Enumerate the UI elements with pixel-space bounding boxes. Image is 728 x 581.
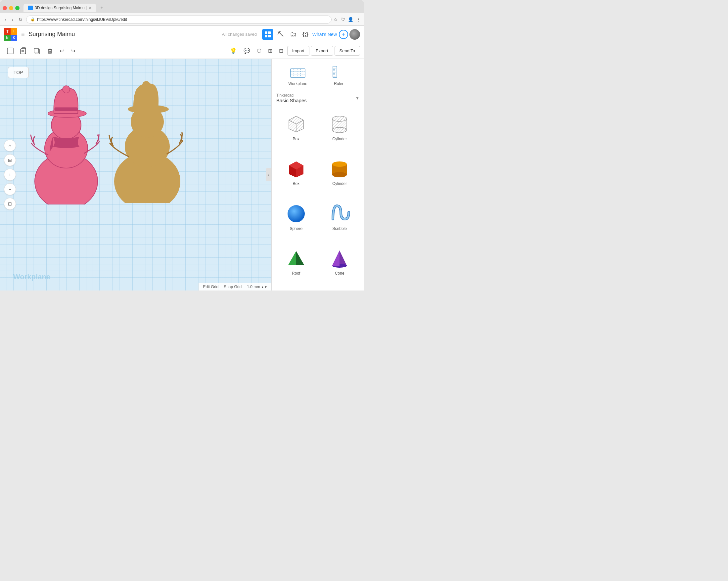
edit-grid-button[interactable]: Edit Grid [203, 285, 218, 289]
zoom-in-button[interactable]: + [4, 169, 16, 181]
shape-label-sphere: Sphere [290, 226, 303, 231]
close-window-button[interactable] [3, 6, 7, 10]
home-view-button[interactable]: ⌂ [4, 140, 16, 152]
ruler-icon [330, 63, 347, 80]
shape-item-scribble[interactable]: Scribble [319, 200, 360, 242]
shape-item-roof-green[interactable]: Roof [276, 244, 317, 287]
snowman-pink[interactable] [28, 79, 101, 205]
shape-icon-box-red [285, 158, 307, 180]
workplane-icon [289, 63, 306, 80]
browser-actions: ☆ 🛡 👤 ⋮ [334, 17, 361, 22]
tab-title: 3D design Surprising Maimu | [35, 6, 87, 10]
perspective-button[interactable]: ⊡ [4, 198, 16, 210]
code-button[interactable]: {;} [301, 29, 310, 39]
back-button[interactable]: ‹ [3, 16, 8, 23]
shape-icon-cone-purple [328, 247, 351, 270]
browser-tabs: 3D design Surprising Maimu | ✕ + [0, 0, 364, 13]
snowman-gold[interactable] [106, 77, 189, 203]
shapes-grid: Box [272, 106, 364, 290]
delete-button[interactable] [44, 45, 56, 57]
tinkercad-logo: T I N K [4, 28, 17, 41]
panel-collapse-handle[interactable]: › [266, 168, 271, 181]
shape-label-scribble: Scribble [333, 226, 347, 231]
new-tab-button[interactable]: + [98, 4, 106, 12]
comment-button[interactable]: 💬 [241, 46, 253, 56]
svg-point-51 [288, 205, 305, 222]
grid-view-button[interactable] [262, 29, 273, 40]
send-to-button[interactable]: Send To [335, 46, 360, 56]
shape-label-box-red: Box [292, 181, 300, 186]
main-area: TOP ⌂ ⊞ + − ⊡ [0, 59, 364, 290]
snap-grid-arrows[interactable]: ▲▼ [261, 285, 267, 289]
shape-item-cylinder-wire[interactable]: Cylinder [319, 110, 360, 152]
right-panel: Workplane [271, 59, 364, 290]
browser-chrome: 3D design Surprising Maimu | ✕ + ‹ › ↻ 🔒… [0, 0, 364, 26]
reload-button[interactable]: ↻ [17, 16, 24, 23]
shape-label-roof: Roof [292, 271, 300, 275]
grid-icon [264, 31, 271, 38]
user-actions: + [339, 29, 360, 40]
shape-icon-scribble [328, 203, 351, 225]
export-button[interactable]: Export [311, 46, 333, 56]
shape-item-box-wire[interactable]: Box [276, 110, 317, 152]
ruler-tool[interactable]: Ruler [330, 63, 347, 86]
new-object-button[interactable] [4, 45, 17, 57]
minimize-window-button[interactable] [9, 6, 13, 10]
logo-k: K [10, 35, 17, 41]
import-button[interactable]: Import [287, 46, 309, 56]
shape-item-cone-purple[interactable]: Cone [319, 244, 360, 287]
svg-point-25 [142, 81, 150, 89]
zoom-out-button[interactable]: − [4, 183, 16, 195]
category-dropdown-icon[interactable]: ▼ [356, 96, 359, 101]
svg-rect-2 [265, 35, 267, 37]
project-name: Surprising Maimu [29, 31, 219, 38]
light-button[interactable]: 💡 [227, 45, 240, 57]
mirror-button[interactable]: ⊟ [276, 46, 286, 56]
svg-rect-11 [34, 48, 38, 53]
user-avatar[interactable] [349, 29, 360, 40]
address-bar[interactable]: 🔒 https://www.tinkercad.com/things/itJUB… [26, 16, 332, 24]
left-controls: ⌂ ⊞ + − ⊡ [4, 140, 16, 210]
tab-close-button[interactable]: ✕ [89, 6, 92, 10]
hamburger-button[interactable]: ≡ [20, 29, 26, 39]
svg-rect-33 [333, 66, 337, 77]
browser-tab-active[interactable]: 3D design Surprising Maimu | ✕ [24, 4, 96, 12]
extensions-icon[interactable]: 🛡 [340, 17, 345, 22]
shape-item-sphere-blue[interactable]: Sphere [276, 200, 317, 242]
tinkercad-app: T I N K ≡ Surprising Maimu All changes s… [0, 26, 364, 290]
edit-view-button[interactable]: ⛏ [275, 28, 286, 40]
paste-button[interactable] [17, 45, 30, 57]
canvas-area[interactable]: TOP ⌂ ⊞ + − ⊡ [0, 59, 271, 290]
profile-icon[interactable]: 👤 [348, 17, 354, 22]
svg-point-50 [332, 161, 347, 167]
forward-button[interactable]: › [10, 16, 15, 23]
shape-icon-box-wire [285, 113, 307, 135]
redo-button[interactable]: ↪ [68, 45, 78, 57]
fullscreen-window-button[interactable] [15, 6, 20, 10]
panel-category[interactable]: Tinkercad Basic Shapes ▼ [272, 90, 364, 106]
workplane-watermark: Workplane [13, 273, 50, 281]
library-button[interactable]: 🗂 [288, 28, 298, 40]
shape-icon-cylinder-wire [328, 113, 351, 135]
undo-button[interactable]: ↩ [57, 45, 67, 57]
shape-item-box-red[interactable]: Box [276, 155, 317, 197]
browser-toolbar: ‹ › ↻ 🔒 https://www.tinkercad.com/things… [0, 13, 364, 26]
snap-grid-label: Snap Grid [224, 285, 241, 289]
workplane-tool[interactable]: Workplane [288, 63, 307, 86]
svg-rect-26 [290, 69, 305, 77]
shape-label-cylinder-orange: Cylinder [332, 181, 347, 186]
whats-new-button[interactable]: What's New [312, 32, 337, 37]
add-user-button[interactable]: + [339, 30, 348, 39]
shape-label-box-wire: Box [292, 137, 300, 141]
toolbar-right: Import Export Send To [287, 46, 360, 56]
header-actions: ⛏ 🗂 {;} What's New + [262, 28, 360, 40]
bookmark-icon[interactable]: ☆ [334, 17, 338, 22]
shape-item-cylinder-orange[interactable]: Cylinder [319, 155, 360, 197]
shape-button[interactable]: ⬡ [254, 46, 264, 56]
workplane-label: Workplane [288, 81, 307, 86]
fit-view-button[interactable]: ⊞ [4, 154, 16, 166]
toolbar: ↩ ↪ 💡 💬 ⬡ ⊞ ⊟ Import Export Send To [0, 43, 364, 59]
copy-button[interactable] [30, 45, 43, 57]
align-button[interactable]: ⊞ [265, 46, 275, 56]
menu-icon[interactable]: ⋮ [356, 17, 361, 22]
